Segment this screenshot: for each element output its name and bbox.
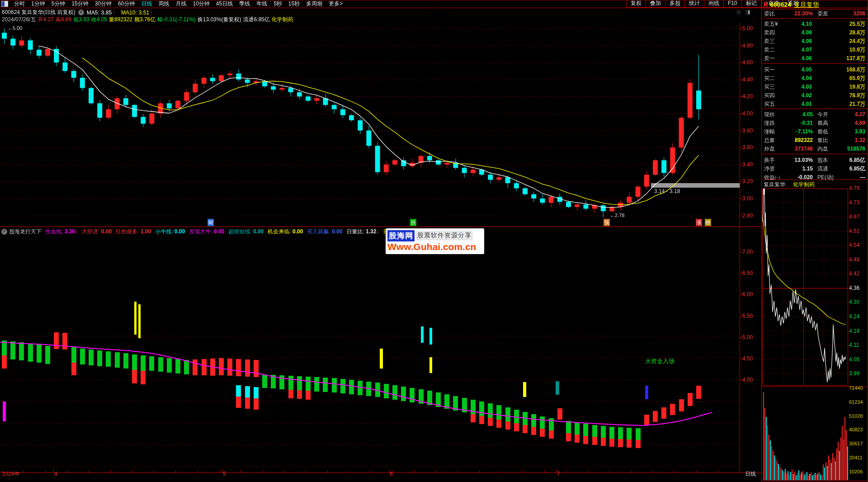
- indicator-field: 小牛线: 0.00: [155, 228, 185, 236]
- indicator-field: 买入就赢: 0.00: [307, 228, 342, 236]
- indicator-header: ˅ 股海龙行天下 生命线: 3.26↑大胆进: 0.00红色做多: 1.00小牛…: [1, 228, 413, 236]
- ohlc-field: 量892322: [109, 16, 132, 24]
- stats-row: 涨幅-7.11% 最低3.93: [762, 128, 868, 136]
- sidebar-tabs: 复旦复华 化学制药: [764, 181, 815, 188]
- indicator-field: 超级短线: 0.00: [228, 228, 264, 236]
- toolbar-button[interactable]: 复权: [626, 0, 646, 8]
- indicator-signal-text: 大资金入场: [645, 357, 675, 365]
- ask-row[interactable]: 卖三4.0824.4万: [762, 37, 868, 46]
- bid-row[interactable]: 买四4.0278.9万: [762, 91, 868, 100]
- quote-sidebar: R600624复旦复华 委比 22.30% 委差 3206 卖五¥4.1025.…: [762, 0, 868, 482]
- stats-row: 涨跌-0.31 最高4.69: [762, 119, 868, 128]
- stats-row: 总量892322 量比1.32: [762, 136, 868, 145]
- period-tab[interactable]: 多周期: [303, 0, 326, 8]
- period-tab[interactable]: 45日线: [213, 0, 236, 8]
- ask-row[interactable]: 卖二4.0710.9万: [762, 46, 868, 54]
- period-tab[interactable]: 15分钟: [68, 0, 91, 8]
- ohlc-field: 2024/07/26/五: [2, 16, 36, 24]
- ohlc-field: 收4.05: [91, 16, 107, 24]
- low-price-marker: ←2.78: [610, 213, 624, 218]
- period-tabs: 分时1分钟5分钟15分钟30分钟60分钟日线周线月线10分钟45日线季线年线5秒…: [11, 0, 346, 8]
- period-tab[interactable]: 年线: [253, 0, 270, 8]
- bid-row[interactable]: 买一4.05168.8万: [762, 66, 868, 74]
- watermark-url: Www.Guhai.com.cn: [387, 241, 482, 252]
- ohlc-field: 高4.69: [56, 16, 71, 24]
- margin-flag: R: [764, 1, 768, 8]
- period-tab[interactable]: 15秒: [285, 0, 303, 8]
- indicator-field: 大胆进: 0.00: [82, 228, 112, 236]
- tab-industry[interactable]: 化学制药: [793, 181, 815, 188]
- ohlc-field: 额3.76亿: [134, 16, 156, 24]
- sidebar-stock-code: 600624: [770, 1, 791, 8]
- watermark-logo: 股海网: [387, 230, 415, 241]
- ma5-value: 3.85: [101, 9, 112, 16]
- ohlc-field: 换13.03%(量复权): [198, 16, 241, 24]
- toolbar-button[interactable]: F10: [723, 0, 742, 8]
- sidebar-stock-header[interactable]: R600624复旦复华: [764, 1, 819, 9]
- price-box-label: 3.14 - 3.18: [654, 188, 680, 194]
- period-tab[interactable]: 分时: [11, 0, 28, 8]
- period-tab[interactable]: 10分钟: [189, 0, 212, 8]
- high-price-marker: ←5.00: [8, 25, 22, 31]
- period-tab[interactable]: 季线: [236, 0, 253, 8]
- ohlc-field: 开4.27: [38, 16, 53, 24]
- event-badge: 跌: [410, 219, 416, 226]
- indicator-collapse-icon[interactable]: ˅: [1, 229, 7, 235]
- ohlc-row: 2024/07/26/五开4.27高4.69低3.93收4.05量892322额…: [2, 16, 295, 24]
- stock-code-name: 600624 复旦复华(日线 前复权): [2, 9, 75, 16]
- stats-row: 换手13.03% 股本6.85亿: [762, 156, 868, 165]
- toolbar-button[interactable]: 统计: [684, 0, 704, 8]
- window-icon[interactable]: [1, 1, 8, 7]
- period-tab[interactable]: 月线: [172, 0, 189, 8]
- toolbar-button[interactable]: 画线: [704, 0, 724, 8]
- period-tab[interactable]: 更多>: [326, 0, 346, 8]
- period-tab[interactable]: 周线: [155, 0, 172, 8]
- ohlc-field: 化学制药: [272, 16, 293, 24]
- collapse-icon[interactable]: ˅: [78, 9, 84, 15]
- ma5-label: MA5:: [87, 9, 99, 16]
- ask-row[interactable]: 卖一4.06137.8万: [762, 54, 868, 63]
- event-badge: 涨: [696, 219, 702, 226]
- app-window: { "palette":{"r":"#ff3434","g":"#00e641"…: [0, 0, 868, 482]
- period-tab[interactable]: 30分钟: [92, 0, 115, 8]
- stats-row: 现价4.05 今开4.27: [762, 110, 868, 119]
- indicator-name: 股海龙行天下: [9, 228, 42, 236]
- ma10-value: 3.51: [139, 9, 149, 16]
- toolbar-button[interactable]: 多股: [665, 0, 685, 8]
- indicator-field: 发现大牛: 0.00: [189, 228, 224, 236]
- weicha-value: 3206: [841, 9, 868, 18]
- toolbar-button[interactable]: 叠加: [646, 0, 665, 8]
- ask-row[interactable]: 卖五¥4.1025.5万: [762, 20, 868, 28]
- event-badge: 榜: [705, 219, 711, 226]
- event-badge: 预: [604, 219, 610, 226]
- indicator-field: 生命线: 3.26↑: [45, 228, 78, 236]
- period-tab[interactable]: 60分钟: [115, 0, 138, 8]
- weibi-value: 22.30%: [785, 9, 813, 18]
- sidebar-stock-name: 复旦复华: [794, 1, 819, 8]
- ohlc-field: 低3.93: [73, 16, 89, 24]
- ma5-arrow: ↑: [112, 9, 115, 16]
- ma10-label: MA10:: [121, 9, 137, 16]
- bid-row[interactable]: 买五4.0121.7万: [762, 100, 868, 109]
- toolbar-button[interactable]: 标记: [741, 0, 761, 8]
- tab-stock[interactable]: 复旦复华: [764, 181, 785, 188]
- watermark: 股海网 股票软件资源分享 Www.Guhai.com.cn: [386, 228, 484, 254]
- period-tab[interactable]: 1分钟: [28, 0, 48, 8]
- bid-row[interactable]: 买二4.0465.9万: [762, 74, 868, 83]
- chart-corner-icons[interactable]: ◇ ◨: [737, 9, 752, 15]
- stats-row: 外盘373746 内盘518576: [762, 145, 868, 153]
- watermark-slogan: 股票软件资源分享: [417, 232, 472, 240]
- period-tab[interactable]: 5分钟: [48, 0, 69, 8]
- period-tab[interactable]: 5秒: [270, 0, 285, 8]
- ohlc-field: 幅-0.31(-7.11%): [157, 16, 195, 24]
- weibi-row: 委比 22.30% 委差 3206: [762, 9, 868, 18]
- period-tab[interactable]: 日线: [138, 0, 155, 8]
- indicator-field: 机会来临: 0.00: [268, 228, 303, 236]
- stats-row: 净资1.15 流通6.85亿: [762, 165, 868, 173]
- bid-row[interactable]: 买三4.0319.8万: [762, 83, 868, 91]
- ask-row[interactable]: 卖四4.0928.8万: [762, 28, 868, 37]
- indicator-field: 红色做多: 1.00: [116, 228, 151, 236]
- event-badge: 财: [208, 219, 214, 226]
- ma10-arrow: ↑: [150, 9, 152, 16]
- ohlc-field: 流通6.85亿: [243, 16, 269, 24]
